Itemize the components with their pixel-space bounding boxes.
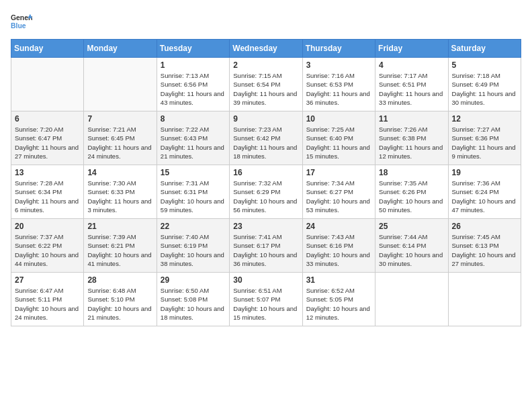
calendar-cell: 15Sunrise: 7:31 AMSunset: 6:31 PMDayligh…	[157, 165, 229, 219]
svg-text:Blue: Blue	[11, 22, 26, 30]
day-number: 11	[379, 114, 444, 124]
day-number: 19	[452, 168, 517, 177]
day-detail: Sunrise: 7:28 AMSunset: 6:34 PMDaylight:…	[15, 179, 80, 214]
day-detail: Sunrise: 7:37 AMSunset: 6:22 PMDaylight:…	[15, 232, 80, 268]
calendar-cell: 1Sunrise: 7:13 AMSunset: 6:56 PMDaylight…	[157, 58, 229, 111]
day-detail: Sunrise: 6:52 AMSunset: 5:05 PMDaylight:…	[306, 286, 371, 322]
day-number: 21	[87, 222, 152, 231]
calendar-cell: 29Sunrise: 6:50 AMSunset: 5:08 PMDayligh…	[157, 273, 229, 326]
day-number: 29	[161, 275, 226, 285]
calendar-cell: 26Sunrise: 7:45 AMSunset: 6:13 PMDayligh…	[448, 219, 521, 273]
weekday-header-saturday: Saturday	[448, 40, 521, 58]
day-detail: Sunrise: 7:32 AMSunset: 6:29 PMDaylight:…	[233, 179, 298, 214]
day-detail: Sunrise: 7:26 AMSunset: 6:38 PMDaylight:…	[379, 125, 444, 161]
calendar-week-row: 20Sunrise: 7:37 AMSunset: 6:22 PMDayligh…	[11, 219, 521, 273]
calendar-cell: 18Sunrise: 7:35 AMSunset: 6:26 PMDayligh…	[375, 165, 448, 219]
day-number: 27	[15, 275, 80, 285]
calendar-cell: 17Sunrise: 7:34 AMSunset: 6:27 PMDayligh…	[302, 165, 375, 219]
day-detail: Sunrise: 7:40 AMSunset: 6:19 PMDaylight:…	[161, 232, 226, 268]
calendar-week-row: 13Sunrise: 7:28 AMSunset: 6:34 PMDayligh…	[11, 165, 521, 219]
day-detail: Sunrise: 7:34 AMSunset: 6:27 PMDaylight:…	[306, 179, 371, 214]
calendar-cell: 21Sunrise: 7:39 AMSunset: 6:21 PMDayligh…	[84, 219, 157, 273]
weekday-header-monday: Monday	[84, 40, 157, 58]
day-detail: Sunrise: 7:13 AMSunset: 6:56 PMDaylight:…	[161, 71, 226, 107]
day-number: 12	[452, 114, 517, 124]
calendar-cell: 24Sunrise: 7:43 AMSunset: 6:16 PMDayligh…	[302, 219, 375, 273]
day-number: 4	[379, 60, 444, 70]
day-number: 7	[87, 114, 152, 124]
day-number: 26	[452, 222, 517, 231]
day-number: 14	[87, 168, 152, 177]
day-number: 1	[161, 60, 226, 70]
calendar-cell: 25Sunrise: 7:44 AMSunset: 6:14 PMDayligh…	[375, 219, 448, 273]
day-detail: Sunrise: 7:22 AMSunset: 6:43 PMDaylight:…	[161, 125, 226, 161]
calendar-cell: 10Sunrise: 7:25 AMSunset: 6:40 PMDayligh…	[302, 111, 375, 165]
day-number: 6	[15, 114, 80, 124]
calendar-header-row: SundayMondayTuesdayWednesdayThursdayFrid…	[11, 40, 521, 58]
calendar-cell: 4Sunrise: 7:17 AMSunset: 6:51 PMDaylight…	[375, 58, 448, 111]
day-detail: Sunrise: 7:39 AMSunset: 6:21 PMDaylight:…	[87, 232, 152, 268]
calendar-cell	[375, 273, 448, 326]
calendar-week-row: 27Sunrise: 6:47 AMSunset: 5:11 PMDayligh…	[11, 273, 521, 326]
day-number: 2	[233, 60, 298, 70]
calendar-cell: 3Sunrise: 7:16 AMSunset: 6:53 PMDaylight…	[302, 58, 375, 111]
weekday-header-friday: Friday	[375, 40, 448, 58]
day-number: 20	[15, 222, 80, 231]
day-detail: Sunrise: 7:45 AMSunset: 6:13 PMDaylight:…	[452, 232, 517, 268]
calendar-cell: 14Sunrise: 7:30 AMSunset: 6:33 PMDayligh…	[84, 165, 157, 219]
day-detail: Sunrise: 7:23 AMSunset: 6:42 PMDaylight:…	[233, 125, 298, 161]
day-number: 24	[306, 222, 371, 231]
calendar-cell	[11, 58, 84, 111]
calendar-table: SundayMondayTuesdayWednesdayThursdayFrid…	[11, 39, 521, 326]
calendar-cell: 28Sunrise: 6:48 AMSunset: 5:10 PMDayligh…	[84, 273, 157, 326]
calendar-cell: 16Sunrise: 7:32 AMSunset: 6:29 PMDayligh…	[230, 165, 302, 219]
day-detail: Sunrise: 7:30 AMSunset: 6:33 PMDaylight:…	[87, 179, 152, 214]
calendar-cell: 23Sunrise: 7:41 AMSunset: 6:17 PMDayligh…	[230, 219, 302, 273]
day-detail: Sunrise: 7:17 AMSunset: 6:51 PMDaylight:…	[379, 71, 444, 107]
day-number: 10	[306, 114, 371, 124]
calendar-cell	[84, 58, 157, 111]
calendar-cell: 7Sunrise: 7:21 AMSunset: 6:45 PMDaylight…	[84, 111, 157, 165]
day-number: 9	[233, 114, 298, 124]
day-detail: Sunrise: 6:50 AMSunset: 5:08 PMDaylight:…	[161, 286, 226, 322]
day-detail: Sunrise: 7:21 AMSunset: 6:45 PMDaylight:…	[87, 125, 152, 161]
day-detail: Sunrise: 7:27 AMSunset: 6:36 PMDaylight:…	[452, 125, 517, 161]
calendar-week-row: 6Sunrise: 7:20 AMSunset: 6:47 PMDaylight…	[11, 111, 521, 165]
calendar-cell: 11Sunrise: 7:26 AMSunset: 6:38 PMDayligh…	[375, 111, 448, 165]
weekday-header-tuesday: Tuesday	[157, 40, 229, 58]
day-detail: Sunrise: 6:47 AMSunset: 5:11 PMDaylight:…	[15, 286, 80, 322]
day-number: 22	[161, 222, 226, 231]
calendar-cell: 13Sunrise: 7:28 AMSunset: 6:34 PMDayligh…	[11, 165, 84, 219]
day-number: 18	[379, 168, 444, 177]
day-detail: Sunrise: 7:20 AMSunset: 6:47 PMDaylight:…	[15, 125, 80, 161]
day-detail: Sunrise: 7:35 AMSunset: 6:26 PMDaylight:…	[379, 179, 444, 214]
day-number: 13	[15, 168, 80, 177]
calendar-cell: 31Sunrise: 6:52 AMSunset: 5:05 PMDayligh…	[302, 273, 375, 326]
day-number: 5	[452, 60, 517, 70]
calendar-cell	[448, 273, 521, 326]
calendar-cell: 9Sunrise: 7:23 AMSunset: 6:42 PMDaylight…	[230, 111, 302, 165]
day-number: 25	[379, 222, 444, 231]
day-detail: Sunrise: 7:41 AMSunset: 6:17 PMDaylight:…	[233, 232, 298, 268]
calendar-cell: 19Sunrise: 7:36 AMSunset: 6:24 PMDayligh…	[448, 165, 521, 219]
day-detail: Sunrise: 7:31 AMSunset: 6:31 PMDaylight:…	[161, 179, 226, 214]
day-number: 16	[233, 168, 298, 177]
calendar-cell: 20Sunrise: 7:37 AMSunset: 6:22 PMDayligh…	[11, 219, 84, 273]
day-detail: Sunrise: 7:36 AMSunset: 6:24 PMDaylight:…	[452, 179, 517, 214]
weekday-header-sunday: Sunday	[11, 40, 84, 58]
calendar-cell: 30Sunrise: 6:51 AMSunset: 5:07 PMDayligh…	[230, 273, 302, 326]
day-detail: Sunrise: 7:15 AMSunset: 6:54 PMDaylight:…	[233, 71, 298, 107]
day-number: 15	[161, 168, 226, 177]
day-number: 3	[306, 60, 371, 70]
day-detail: Sunrise: 7:18 AMSunset: 6:49 PMDaylight:…	[452, 71, 517, 107]
day-number: 30	[233, 275, 298, 285]
page-header: General Blue	[11, 11, 521, 32]
day-detail: Sunrise: 7:43 AMSunset: 6:16 PMDaylight:…	[306, 232, 371, 268]
logo-icon: General Blue	[11, 11, 32, 32]
calendar-cell: 5Sunrise: 7:18 AMSunset: 6:49 PMDaylight…	[448, 58, 521, 111]
day-number: 23	[233, 222, 298, 231]
calendar-cell: 12Sunrise: 7:27 AMSunset: 6:36 PMDayligh…	[448, 111, 521, 165]
day-detail: Sunrise: 6:48 AMSunset: 5:10 PMDaylight:…	[87, 286, 152, 322]
calendar-week-row: 1Sunrise: 7:13 AMSunset: 6:56 PMDaylight…	[11, 58, 521, 111]
day-detail: Sunrise: 6:51 AMSunset: 5:07 PMDaylight:…	[233, 286, 298, 322]
